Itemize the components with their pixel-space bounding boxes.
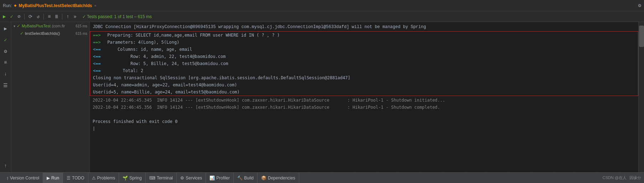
method-time: 615 ms <box>76 32 87 36</box>
tab-dependencies-label: Dependencies <box>268 176 295 181</box>
sep1 <box>24 14 25 20</box>
suite-name: MyBatisPlusTest <box>22 24 51 28</box>
user1-text: User(id=4, name=admin, age=22, email=tes… <box>93 82 237 88</box>
tab-problems[interactable]: ⚠ Problems <box>88 173 119 183</box>
run-icon: ◆ <box>14 3 16 8</box>
tab-spring[interactable]: 🌱 Spring <box>119 173 146 183</box>
sidebar-play-icon[interactable]: ▶ <box>1 24 10 33</box>
rerun2-btn[interactable]: ↺ <box>35 13 41 20</box>
console-area[interactable]: JDBC Connection [HikariProxyConnection@8… <box>90 22 638 172</box>
profiler-icon: 📊 <box>209 176 215 181</box>
tab-terminal[interactable]: ⌨ Terminal <box>146 173 177 183</box>
scrollbar-thumb[interactable] <box>639 26 644 47</box>
bottom-bar: ↕ Version Control ▶ Run ☰ TODO ⚠ Problem… <box>0 172 644 183</box>
play-btn[interactable]: ▶ <box>1 13 7 20</box>
tab-build[interactable]: 🔨 Build <box>234 173 258 183</box>
console-line-prep: ==> Preparing: SELECT id,name,age,email … <box>90 32 638 39</box>
log2-text: 2022-10-04 22:46:45.356 INFO 14124 --- [… <box>93 104 440 111</box>
tab-todo[interactable]: ☰ TODO <box>63 173 88 183</box>
tab-todo-label: TODO <box>72 176 84 181</box>
spring-icon: 🌱 <box>123 176 128 181</box>
check-btn[interactable]: ✓ <box>9 13 14 20</box>
tab-dependencies[interactable]: 📦 Dependencies <box>258 173 299 183</box>
todo-icon: ☰ <box>67 176 71 181</box>
tab-version-control-label: Version Control <box>10 176 39 181</box>
arrow-4: <== <box>93 53 101 60</box>
arrow-2: ==> <box>93 39 101 45</box>
row2-text: Row: 5, Billie, 24, test5@baomidou.com <box>102 60 228 67</box>
log-text: JDBC Connection [HikariProxyConnection@8… <box>93 24 426 30</box>
sort2-btn[interactable]: ≣ <box>54 13 59 20</box>
closing-text: Closing non transactional SqlSession [or… <box>93 75 350 81</box>
arrow-1: ==> <box>93 32 101 38</box>
arrow-6: <== <box>93 68 101 74</box>
bottom-right-brand: CSDN @在人 因缘分 <box>603 175 641 181</box>
sidebar-settings-icon[interactable]: ⚙ <box>1 47 10 55</box>
tool-bar: ▶ ✓ ⊘ ⟳ ↺ ≡ ≣ ↑ » ✓ Tests passed: 1 of 1… <box>0 11 644 22</box>
tab-terminal-label: Terminal <box>157 176 173 181</box>
up-arrow-btn[interactable]: ↑ <box>65 13 71 20</box>
method-check-icon: ✓ <box>20 31 24 36</box>
method-name: testSelectBatchIds() <box>25 31 60 36</box>
sidebar-down-icon[interactable]: ↓ <box>1 70 10 78</box>
problems-icon: ⚠ <box>92 176 96 181</box>
tab-close-btn[interactable]: ✕ <box>94 4 96 8</box>
tab-run[interactable]: ▶ Run <box>43 173 63 183</box>
tab-profiler[interactable]: 📊 Profiler <box>206 173 234 183</box>
sidebar-check-icon[interactable]: ✓ <box>1 36 10 44</box>
cols-text: Columns: id, name, age, email <box>102 46 192 53</box>
run-icon: ▶ <box>47 176 50 181</box>
console-line-params: ==> Parameters: 4(Long), 5(Long) <box>90 39 638 46</box>
run-title: MyBatisPlusTest.testSelectBatchIds <box>19 3 92 8</box>
console-line-user2: User(id=5, name=Billie, age=24, email=te… <box>90 88 638 96</box>
sep3 <box>62 14 62 20</box>
console-line-log2: 2022-10-04 22:46:45.356 INFO 14124 --- [… <box>90 104 638 111</box>
cursor-char: | <box>93 125 95 132</box>
console-line-row1: <== Row: 4, admin, 22, test4@baomidou.co… <box>90 53 638 60</box>
tab-problems-label: Problems <box>97 176 115 181</box>
total-text: Total: 2 <box>102 68 144 74</box>
tab-services[interactable]: ⚙ Services <box>177 173 206 183</box>
rerun-btn[interactable]: ⟳ <box>27 13 34 20</box>
tab-spring-label: Spring <box>129 176 142 181</box>
tab-build-label: Build <box>244 176 254 181</box>
terminal-icon: ⌨ <box>149 176 155 181</box>
test-method-row[interactable]: ✓ testSelectBatchIds() 615 ms <box>11 30 89 37</box>
brand-text: CSDN @在人 <box>603 175 627 181</box>
prep-text: Preparing: SELECT id,name,age,email FROM… <box>102 32 280 38</box>
exit-text: Process finished with exit code 0 <box>93 118 177 125</box>
console-line-log1: 2022-10-04 22:46:45.345 INFO 14124 --- [… <box>90 97 638 104</box>
test-status: ✓ Tests passed: 1 of 1 test – 615 ms <box>82 14 152 19</box>
row1-text: Row: 4, admin, 22, test4@baomidou.com <box>102 53 226 60</box>
sidebar-grid-icon[interactable]: ☰ <box>1 81 10 90</box>
tab-version-control[interactable]: ↕ Version Control <box>3 173 43 183</box>
settings-icon[interactable]: ⚙ <box>638 2 641 9</box>
console-line-closing: Closing non transactional SqlSession [or… <box>90 74 638 81</box>
console-line-cols: <== Columns: id, name, age, email <box>90 46 638 53</box>
sidebar-up-icon[interactable]: ↑ <box>1 162 10 170</box>
user2-text: User(id=5, name=Billie, age=24, email=te… <box>93 89 240 95</box>
sort-btn[interactable]: ≡ <box>46 13 52 20</box>
main-layout: ▶ ✓ ⚙ ≡ ↓ ☰ ↑ ▾ ✓ MyBatisPlusTest (com.f… <box>0 22 644 172</box>
sep2 <box>43 14 44 20</box>
arrow-3: <== <box>93 46 101 53</box>
left-sidebar: ▶ ✓ ⚙ ≡ ↓ ☰ ↑ <box>0 22 11 172</box>
stop-btn[interactable]: ⊘ <box>16 13 22 20</box>
console-content: JDBC Connection [HikariProxyConnection@8… <box>90 22 638 134</box>
red-block: ==> Preparing: SELECT id,name,age,email … <box>90 31 638 96</box>
services-icon: ⚙ <box>180 176 184 181</box>
more-btn[interactable]: » <box>72 13 78 20</box>
suite-pkg: (com.fir <box>52 24 65 28</box>
tab-profiler-label: Profiler <box>216 176 230 181</box>
suite-time: 615 ms <box>76 24 87 28</box>
right-scrollbar[interactable] <box>638 22 644 172</box>
tab-services-label: Services <box>186 176 202 181</box>
suite-check-icon: ✓ <box>17 23 20 28</box>
test-panel: ▾ ✓ MyBatisPlusTest (com.fir 615 ms ✓ te… <box>11 22 90 172</box>
console-line: JDBC Connection [HikariProxyConnection@8… <box>90 23 638 31</box>
dependencies-icon: 📦 <box>261 176 266 181</box>
params-text: Parameters: 4(Long), 5(Long) <box>102 39 180 45</box>
sidebar-list-icon[interactable]: ≡ <box>1 58 10 67</box>
expand-arrow: ▾ <box>14 24 15 28</box>
test-suite-row[interactable]: ▾ ✓ MyBatisPlusTest (com.fir 615 ms <box>11 22 89 30</box>
